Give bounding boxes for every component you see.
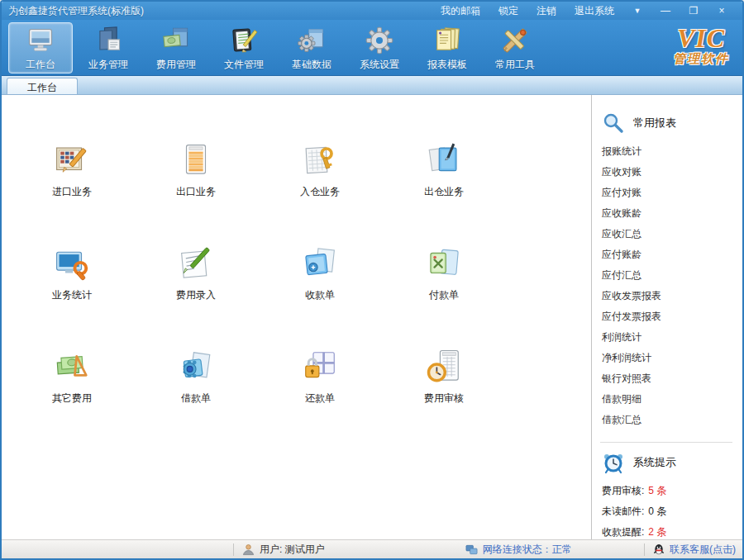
toolbar-item-system-settings[interactable]: 系统设置 <box>347 22 412 74</box>
business-stats-icon <box>53 244 91 283</box>
desktop-item-payment-voucher[interactable]: 付款单 <box>398 244 489 347</box>
alert-row-unread-mail: 未读邮件:0 条 <box>600 501 737 522</box>
alerts-section-header: 系统提示 <box>602 451 737 474</box>
qq-icon <box>653 543 665 556</box>
report-link[interactable]: 借款明细 <box>600 389 737 410</box>
toolbar-item-label: 业务管理 <box>88 58 128 72</box>
report-link[interactable]: 应收发票报表 <box>600 286 737 306</box>
common-tools-icon <box>499 24 531 55</box>
import-business-icon <box>53 140 91 180</box>
menu-lock[interactable]: 锁定 <box>498 4 518 18</box>
payment-voucher-icon <box>425 244 463 283</box>
toolbar-item-business-mgmt[interactable]: 业务管理 <box>76 22 141 74</box>
alert-label: 收款提醒: <box>602 526 644 538</box>
report-link[interactable]: 应付对账 <box>600 183 737 203</box>
sidebar-divider <box>600 442 732 443</box>
alert-label: 费用审核: <box>602 485 644 496</box>
desktop-item-label: 借款单 <box>181 392 211 406</box>
desktop-item-label: 出口业务 <box>176 185 216 199</box>
report-link[interactable]: 应收账龄 <box>600 203 737 224</box>
loan-voucher-icon <box>177 347 215 387</box>
window-title: 为创鑫捷货代管理系统(标准版) <box>8 4 432 18</box>
statusbar-network: 网络连接状态：正常 <box>465 543 572 557</box>
desktop-item-expense-entry[interactable]: 费用录入 <box>150 244 241 347</box>
menu-my-mailbox[interactable]: 我的邮箱 <box>441 4 480 18</box>
desktop-item-expense-audit[interactable]: 费用审核 <box>398 347 489 450</box>
desktop-item-loan-voucher[interactable]: 借款单 <box>150 347 241 450</box>
minimize-button[interactable]: — <box>659 5 672 17</box>
desktop-item-warehouse-out[interactable]: 出仓业务 <box>398 140 489 244</box>
chevron-down-icon[interactable]: ▼ <box>631 7 644 15</box>
report-link[interactable]: 银行对照表 <box>600 368 737 389</box>
alert-count: 0 条 <box>648 505 666 517</box>
menu-logout[interactable]: 注销 <box>537 4 556 18</box>
statusbar-user: 用户: 测试用户 <box>242 543 325 557</box>
desktop-item-export-business[interactable]: 出口业务 <box>150 140 241 244</box>
alerts-section-title: 系统提示 <box>633 455 676 470</box>
toolbar-item-file-mgmt[interactable]: 文件管理 <box>212 22 276 74</box>
menu-exit-system[interactable]: 退出系统 <box>575 4 614 18</box>
report-link[interactable]: 借款汇总 <box>600 410 737 430</box>
reports-section-title: 常用报表 <box>633 116 676 131</box>
vic-logo: VIC 管理软件 <box>673 25 729 65</box>
tab-workbench[interactable]: 工作台 <box>7 78 78 94</box>
desktop-item-warehouse-in[interactable]: 入仓业务 <box>274 140 365 244</box>
settings-gear-icon <box>364 24 395 55</box>
right-sidebar: 常用报表 报账统计 应收对账 应付对账 应收账龄 应收汇总 应付账龄 应付汇总 … <box>591 95 742 539</box>
report-template-icon <box>432 24 463 55</box>
statusbar-network-text: 网络连接状态：正常 <box>483 543 572 557</box>
maximize-button[interactable]: ❐ <box>687 5 700 17</box>
toolbar-item-common-tools[interactable]: 常用工具 <box>483 22 547 74</box>
main-area: 进口业务 <box>2 95 742 539</box>
desktop-item-other-expense[interactable]: 其它费用 <box>26 347 117 450</box>
warehouse-out-icon <box>425 140 463 180</box>
desktop-item-label: 付款单 <box>429 288 459 302</box>
desktop-item-label: 业务统计 <box>52 288 92 302</box>
statusbar-support-text: 联系客服(点击) <box>670 543 736 557</box>
desktop-item-label: 出仓业务 <box>424 185 464 199</box>
desktop-item-receipt-voucher[interactable]: 收款单 <box>274 244 365 347</box>
desktop-item-import-business[interactable]: 进口业务 <box>26 140 117 244</box>
report-link[interactable]: 应收对账 <box>600 162 737 183</box>
report-link[interactable]: 报账统计 <box>600 141 737 162</box>
toolbar-item-label: 报表模板 <box>427 58 467 72</box>
desktop-item-label: 费用审核 <box>424 392 464 406</box>
statusbar-divider <box>233 543 234 556</box>
statusbar-divider <box>644 543 645 556</box>
toolbar-item-label: 工作台 <box>26 58 55 72</box>
toolbar-item-label: 基础数据 <box>292 58 331 72</box>
tab-bar: 工作台 <box>2 76 742 95</box>
desktop-item-business-stats[interactable]: 业务统计 <box>26 244 117 347</box>
toolbar-item-report-templates[interactable]: 报表模板 <box>415 22 479 74</box>
report-link[interactable]: 应付发票报表 <box>600 306 737 327</box>
toolbar-item-workbench[interactable]: 工作台 <box>8 22 73 74</box>
expense-audit-icon <box>425 347 463 387</box>
vic-logo-subtext: 管理软件 <box>673 53 729 65</box>
statusbar-support[interactable]: 联系客服(点击) <box>653 543 736 557</box>
workbench-desktop: 进口业务 <box>2 95 591 539</box>
warehouse-in-icon <box>301 140 339 180</box>
desktop-item-label: 还款单 <box>305 392 335 406</box>
alert-label: 未读邮件: <box>602 505 644 517</box>
repayment-voucher-icon <box>301 347 339 387</box>
export-business-icon <box>177 140 215 180</box>
report-link[interactable]: 应付汇总 <box>600 265 737 286</box>
workbench-monitor-icon <box>25 24 56 55</box>
toolbar-item-label: 文件管理 <box>224 58 264 72</box>
report-link[interactable]: 净利润统计 <box>600 348 737 368</box>
alert-count: 2 条 <box>648 526 666 538</box>
report-link[interactable]: 应收汇总 <box>600 224 737 244</box>
toolbar-item-base-data[interactable]: 基础数据 <box>279 22 344 74</box>
report-link[interactable]: 应付账龄 <box>600 244 737 265</box>
receipt-voucher-icon <box>301 244 339 283</box>
user-icon <box>242 543 255 556</box>
close-button[interactable]: × <box>715 5 728 17</box>
expense-entry-icon <box>177 244 215 283</box>
magnifier-icon <box>602 112 625 135</box>
other-expense-icon <box>53 347 91 387</box>
app-window: 为创鑫捷货代管理系统(标准版) 我的邮箱 锁定 注销 退出系统 ▼ — ❐ × … <box>0 0 744 560</box>
desktop-item-repayment-voucher[interactable]: 还款单 <box>274 347 365 450</box>
report-link[interactable]: 利润统计 <box>600 327 737 348</box>
toolbar-item-expense-mgmt[interactable]: 费用管理 <box>144 22 208 74</box>
base-data-gear-icon <box>296 24 327 55</box>
